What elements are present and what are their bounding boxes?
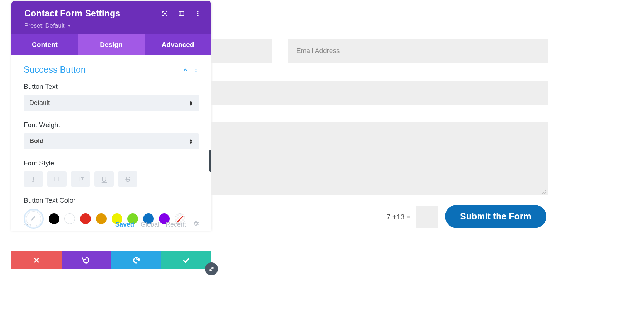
label-button-text: Button Text bbox=[24, 83, 199, 91]
settings-panel: Contact Form Settings bbox=[11, 1, 211, 231]
panel-footer bbox=[11, 251, 211, 269]
collapse-icon[interactable] bbox=[182, 67, 188, 73]
message-field[interactable] bbox=[211, 122, 548, 195]
smallcaps-button[interactable]: TT bbox=[71, 171, 90, 187]
panel-header: Contact Form Settings bbox=[11, 1, 211, 34]
email-field[interactable] bbox=[288, 39, 548, 63]
save-button[interactable] bbox=[161, 251, 211, 269]
palette-tab-row: ⋯ Saved Global Recent bbox=[24, 217, 199, 229]
captcha-input[interactable] bbox=[416, 206, 438, 228]
palette-tab-saved[interactable]: Saved bbox=[115, 221, 134, 228]
italic-button[interactable]: I bbox=[24, 171, 43, 187]
svg-point-8 bbox=[196, 71, 197, 72]
palette-tab-global[interactable]: Global bbox=[141, 221, 159, 228]
svg-rect-1 bbox=[179, 11, 184, 16]
palette-tab-recent[interactable]: Recent bbox=[166, 221, 186, 228]
redo-button[interactable] bbox=[111, 251, 161, 269]
panel-tabs: Content Design Advanced bbox=[11, 34, 211, 55]
tab-design[interactable]: Design bbox=[78, 34, 145, 55]
cancel-button[interactable] bbox=[11, 251, 62, 269]
svg-point-3 bbox=[197, 11, 199, 12]
label-font-weight: Font Weight bbox=[24, 121, 199, 129]
select-button-text[interactable]: Default ▲▼ bbox=[24, 95, 199, 111]
preset-selector[interactable]: Preset: Default ▼ bbox=[24, 22, 71, 29]
gear-icon[interactable] bbox=[192, 221, 199, 229]
underline-button[interactable]: U bbox=[94, 171, 114, 187]
captcha-question: 7 +13 = bbox=[386, 213, 411, 221]
svg-point-4 bbox=[197, 13, 199, 14]
svg-point-5 bbox=[197, 15, 199, 16]
uppercase-button[interactable]: TT bbox=[47, 171, 67, 187]
subject-field[interactable] bbox=[211, 81, 548, 105]
panel-body: Success Button Button Text Default ▲▼ Fo… bbox=[11, 55, 211, 231]
select-font-weight-value: Bold bbox=[29, 137, 44, 145]
select-arrows-icon: ▲▼ bbox=[189, 139, 193, 144]
undo-button[interactable] bbox=[62, 251, 112, 269]
section-menu-icon[interactable] bbox=[193, 67, 199, 73]
textarea-resize-icon[interactable] bbox=[542, 190, 546, 194]
svg-rect-0 bbox=[164, 13, 166, 14]
expand-icon[interactable] bbox=[162, 10, 168, 17]
form-preview: 7 +13 = Submit the Form bbox=[211, 0, 644, 319]
tab-advanced[interactable]: Advanced bbox=[145, 34, 211, 55]
select-arrows-icon: ▲▼ bbox=[189, 100, 193, 106]
snap-panel-icon[interactable] bbox=[178, 10, 185, 17]
svg-point-6 bbox=[196, 68, 197, 69]
strikethrough-button[interactable]: S bbox=[118, 171, 137, 187]
caret-down-icon: ▼ bbox=[67, 24, 71, 28]
section-title[interactable]: Success Button bbox=[24, 64, 86, 75]
tab-content[interactable]: Content bbox=[11, 34, 78, 55]
name-field[interactable] bbox=[211, 39, 272, 63]
label-font-style: Font Style bbox=[24, 159, 199, 167]
svg-point-7 bbox=[196, 69, 197, 70]
preset-label: Preset: Default bbox=[24, 22, 64, 29]
kebab-menu-icon[interactable] bbox=[195, 10, 201, 17]
submit-button[interactable]: Submit the Form bbox=[445, 205, 546, 228]
select-font-weight[interactable]: Bold ▲▼ bbox=[24, 133, 199, 149]
panel-title: Contact Form Settings bbox=[24, 8, 120, 19]
label-button-text-color: Button Text Color bbox=[24, 197, 199, 204]
drag-handle-icon[interactable]: ⋯ bbox=[24, 220, 32, 229]
select-button-text-value: Default bbox=[29, 99, 50, 107]
